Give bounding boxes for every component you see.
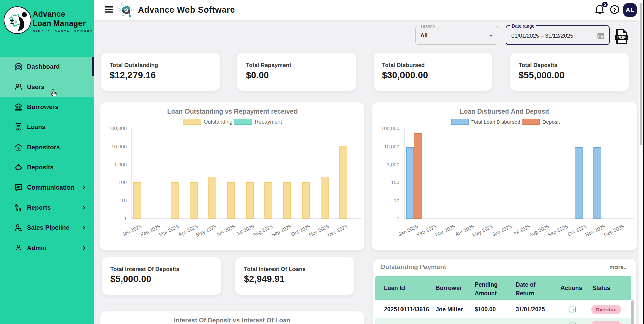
svg-text:10: 10: [394, 198, 399, 203]
svg-text:Loan Outstanding vs Repayment: Loan Outstanding vs Repayment received: [167, 108, 298, 115]
svg-text:Aug 2025: Aug 2025: [528, 223, 550, 238]
svg-text:Jun 2025: Jun 2025: [215, 223, 236, 237]
svg-text:1,000: 1,000: [114, 162, 127, 167]
svg-text:$: $: [17, 146, 19, 150]
svg-text:Apr 2025: Apr 2025: [454, 223, 475, 237]
svg-text:Deposit: Deposit: [542, 119, 560, 125]
svg-text:Dec 2025: Dec 2025: [603, 223, 625, 238]
svg-text:Outstanding: Outstanding: [204, 119, 232, 125]
svg-text:1: 1: [124, 216, 127, 221]
svg-text:Nov 2025: Nov 2025: [584, 223, 606, 238]
svg-text:1,000: 1,000: [387, 162, 399, 167]
svg-text:May 2025: May 2025: [195, 223, 217, 238]
svg-text:Jul 2025: Jul 2025: [235, 223, 255, 236]
svg-text:Oct 2025: Oct 2025: [290, 223, 311, 237]
svg-text:Oct 2025: Oct 2025: [567, 223, 587, 237]
svg-text:PDF: PDF: [617, 35, 626, 40]
svg-text:100: 100: [118, 179, 127, 185]
svg-text:Aug 2025: Aug 2025: [252, 223, 273, 238]
svg-text:Dec 2025: Dec 2025: [327, 223, 348, 238]
svg-text:Jan 2025: Jan 2025: [397, 223, 419, 237]
svg-text:Sep 2025: Sep 2025: [270, 223, 292, 238]
svg-text:May 2025: May 2025: [471, 223, 494, 238]
svg-text:Total Loan Disbursed: Total Loan Disbursed: [471, 119, 520, 125]
svg-text:Jan 2025: Jan 2025: [121, 223, 142, 237]
svg-text:Apr 2025: Apr 2025: [178, 223, 199, 237]
svg-text:Feb 2025: Feb 2025: [416, 223, 438, 237]
svg-text:Repayment: Repayment: [255, 119, 282, 125]
svg-text:Jun 2025: Jun 2025: [491, 223, 513, 237]
svg-text:Nov 2025: Nov 2025: [308, 223, 330, 238]
svg-text:100,000: 100,000: [381, 125, 399, 131]
svg-text:Sep 2025: Sep 2025: [547, 223, 569, 238]
svg-text:Loan Disbursed And Deposit: Loan Disbursed And Deposit: [460, 108, 549, 115]
svg-text:1: 1: [397, 216, 399, 221]
svg-text:100,000: 100,000: [109, 125, 127, 131]
svg-text:Jul 2025: Jul 2025: [512, 223, 531, 236]
svg-text:Mar 2025: Mar 2025: [434, 223, 456, 237]
svg-text:?: ?: [613, 7, 616, 13]
svg-text:10: 10: [121, 198, 127, 203]
svg-text:100: 100: [391, 179, 399, 185]
svg-text:10,000: 10,000: [384, 144, 399, 149]
svg-text:Mar 2025: Mar 2025: [158, 223, 180, 237]
svg-text:10,000: 10,000: [111, 144, 127, 149]
svg-text:Feb 2025: Feb 2025: [140, 223, 161, 237]
